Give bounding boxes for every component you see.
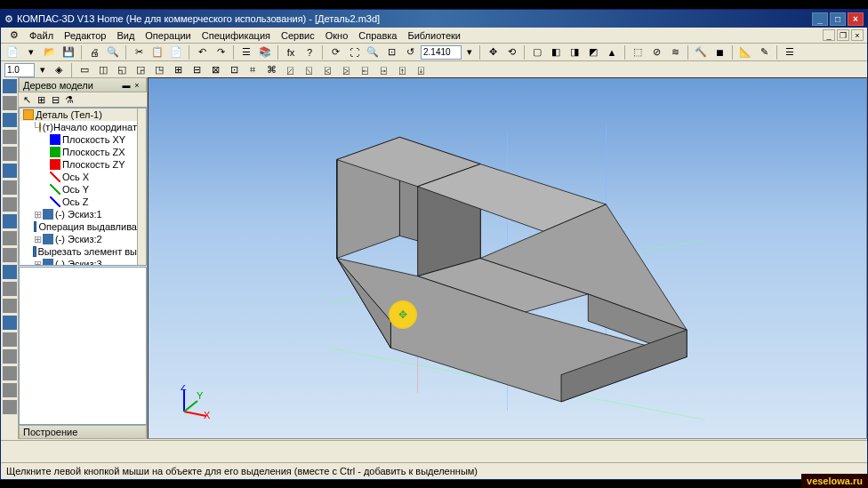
variables-button[interactable]: fx <box>283 44 299 60</box>
tool-extrude-button[interactable] <box>3 79 17 93</box>
tree-scrollbar[interactable] <box>137 108 146 265</box>
tb2-btn-8[interactable]: ⊟ <box>189 62 205 78</box>
tool-surface-button[interactable] <box>3 332 17 347</box>
refresh-button[interactable]: ⟳ <box>327 44 343 60</box>
tool-hole-button[interactable] <box>3 164 17 178</box>
new-sketch-button[interactable]: ✎ <box>756 44 772 60</box>
tree-root[interactable]: Деталь (Тел-1) <box>20 108 137 121</box>
close-button[interactable]: × <box>848 12 864 26</box>
app-menu-icon[interactable]: ⚙ <box>4 28 24 43</box>
menu-service[interactable]: Сервис <box>276 28 320 43</box>
hidden-lines-button[interactable]: ◧ <box>548 44 564 60</box>
create-drawing-button[interactable]: 📐 <box>737 44 753 60</box>
tool-other-button[interactable] <box>3 400 17 414</box>
tb2-btn-17[interactable]: ⍇ <box>357 62 373 78</box>
tb2-btn-15[interactable]: ⍃ <box>319 62 335 78</box>
scale-input[interactable] <box>4 63 35 77</box>
tb2-btn-2[interactable]: ▭ <box>76 62 92 78</box>
tool-spec-button[interactable] <box>3 366 17 380</box>
mdi-close-button[interactable]: × <box>851 29 864 41</box>
shaded-edges-button[interactable]: ◩ <box>585 44 601 60</box>
orientation-button[interactable]: ⬚ <box>630 44 646 60</box>
copy-button[interactable]: 📋 <box>149 44 165 60</box>
open-button[interactable]: 📂 <box>42 44 58 60</box>
zoom-prev-button[interactable]: ↺ <box>402 44 418 60</box>
tb2-btn-1[interactable]: ◈ <box>51 62 67 78</box>
mdi-restore-button[interactable]: ❐ <box>837 29 849 41</box>
shaded-button[interactable]: ◨ <box>567 44 583 60</box>
tree-sketch1[interactable]: ⊞(-) Эскиз:1 <box>20 208 137 220</box>
paste-button[interactable]: 📄 <box>168 44 184 60</box>
menu-help[interactable]: Справка <box>353 28 402 43</box>
minimize-button[interactable]: _ <box>812 12 828 26</box>
menu-window[interactable]: Окно <box>320 28 354 43</box>
perspective-button[interactable]: ▲ <box>604 44 620 60</box>
save-button[interactable]: 💾 <box>60 44 76 60</box>
tool-chamfer-button[interactable] <box>3 147 17 161</box>
properties-button[interactable]: ☰ <box>238 44 254 60</box>
zoom-fit-button[interactable]: ⛶ <box>346 44 362 60</box>
tree-select-button[interactable]: ↖ <box>20 93 33 106</box>
cut-button[interactable]: ✂ <box>131 44 147 60</box>
tree-axis-x[interactable]: Ось X <box>20 171 137 183</box>
tree-axis-z[interactable]: Ось Z <box>20 196 137 208</box>
tool-measure-button[interactable] <box>3 349 17 364</box>
tool-array-button[interactable] <box>3 231 17 245</box>
tb2-btn-11[interactable]: ⌗ <box>245 62 261 78</box>
menu-file[interactable]: Файл <box>24 28 59 43</box>
rotate-button[interactable]: ⟲ <box>503 44 519 60</box>
tool-curve-button[interactable] <box>3 316 17 330</box>
tree-sketch2[interactable]: ⊞(-) Эскиз:2 <box>20 233 137 245</box>
panel-pin-button[interactable]: ▬ <box>121 80 132 91</box>
menu-libraries[interactable]: Библиотеки <box>402 28 466 43</box>
menu-spec[interactable]: Спецификация <box>197 28 276 43</box>
librarymanager-button[interactable]: 📚 <box>257 44 273 60</box>
rebuild-button[interactable]: 🔨 <box>693 44 709 60</box>
menu-edit[interactable]: Редактор <box>59 28 111 43</box>
tree-origin[interactable]: └(т)Начало координат <box>20 121 137 133</box>
tool-cut-button[interactable] <box>3 96 17 110</box>
stop-button[interactable]: ⏹ <box>711 44 727 60</box>
print-button[interactable]: 🖨 <box>86 44 102 60</box>
tool-mirror-button[interactable] <box>3 248 17 262</box>
zoom-in-button[interactable]: 🔍 <box>365 44 381 60</box>
model-tree[interactable]: Деталь (Тел-1) └(т)Начало координат Плос… <box>19 108 147 266</box>
tb2-btn-19[interactable]: ⍐ <box>394 62 410 78</box>
new-button[interactable]: 📄 <box>4 44 20 60</box>
layers-button[interactable]: ☰ <box>782 44 798 60</box>
tree-expand-button[interactable]: ⊞ <box>35 93 47 106</box>
zoom-dropdown-button[interactable]: ▾ <box>464 44 475 60</box>
tree-plane-zy[interactable]: Плоскость ZY <box>20 158 137 171</box>
tb2-btn-13[interactable]: ⍁ <box>282 62 298 78</box>
tree-plane-xy[interactable]: Плоскость XY <box>20 133 137 146</box>
section-button[interactable]: ⊘ <box>648 44 664 60</box>
tb2-btn-7[interactable]: ⊞ <box>170 62 186 78</box>
tree-collapse-button[interactable]: ⊟ <box>49 93 61 106</box>
tree-op-extrude1[interactable]: Операция выдавлива <box>20 220 137 233</box>
menu-view[interactable]: Вид <box>111 28 140 43</box>
menu-operations[interactable]: Операции <box>140 28 196 43</box>
mdi-minimize-button[interactable]: _ <box>823 29 835 41</box>
tb2-btn-4[interactable]: ◱ <box>114 62 130 78</box>
pan-button[interactable]: ✥ <box>485 44 501 60</box>
tb2-btn-10[interactable]: ⊡ <box>226 62 242 78</box>
panel-close-button[interactable]: × <box>132 80 142 91</box>
tb2-btn-3[interactable]: ◫ <box>95 62 111 78</box>
simplify-button[interactable]: ≋ <box>667 44 683 60</box>
tb2-btn-14[interactable]: ⍂ <box>301 62 317 78</box>
tool-shell-button[interactable] <box>3 197 17 212</box>
tool-rib-button[interactable] <box>3 180 17 195</box>
scale-dropdown-button[interactable]: ▾ <box>37 62 48 78</box>
zoom-window-button[interactable]: ⊡ <box>383 44 399 60</box>
tb2-btn-12[interactable]: ⌘ <box>263 62 279 78</box>
tool-revolve-button[interactable] <box>3 113 17 127</box>
redo-button[interactable]: ↷ <box>213 44 229 60</box>
3d-viewport[interactable]: ✥ Z X Y <box>148 77 867 439</box>
help-button[interactable]: ? <box>301 44 317 60</box>
wireframe-button[interactable]: ▢ <box>529 44 545 60</box>
tb2-btn-9[interactable]: ⊠ <box>207 62 223 78</box>
new-dropdown-button[interactable]: ▾ <box>23 44 39 60</box>
tb2-btn-20[interactable]: ⍗ <box>413 62 429 78</box>
tb2-btn-6[interactable]: ◳ <box>151 62 167 78</box>
tree-filter-button[interactable]: ⚗ <box>63 93 76 106</box>
